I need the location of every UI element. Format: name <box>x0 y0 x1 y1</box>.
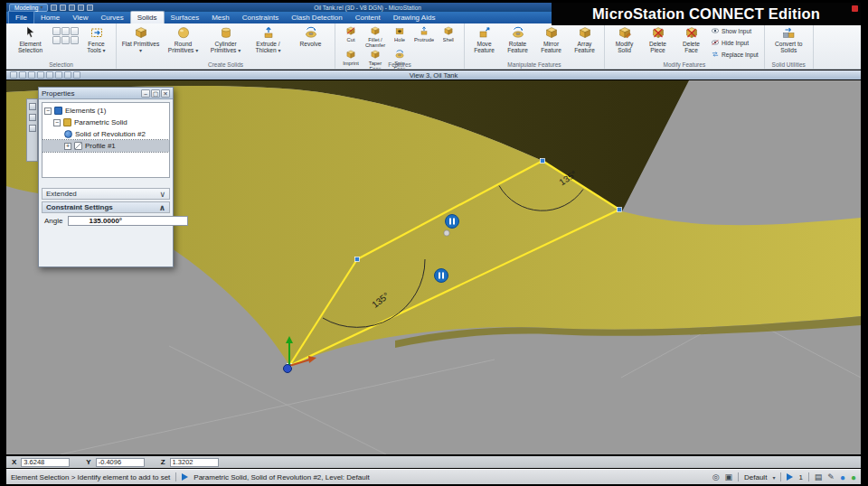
connection-status-icon[interactable]: ● <box>840 472 845 482</box>
flat-primitives-icon <box>134 25 148 40</box>
tree-item-solid-of-revolution[interactable]: Solid of Revolution #2 <box>42 128 169 140</box>
active-level[interactable]: Default <box>744 473 767 481</box>
flat-primitives-button[interactable]: Flat Primitives ▾ <box>120 25 161 60</box>
tab-clash-detection[interactable]: Clash Detection <box>285 12 348 23</box>
rotate-feature-button[interactable]: Rotate Feature <box>502 25 533 60</box>
tab-file[interactable]: File <box>8 11 34 23</box>
annotation-icon[interactable]: ✎ <box>827 472 835 481</box>
element-selection-button[interactable]: Element Selection <box>10 25 51 60</box>
protrude-label: Protrude <box>414 37 434 48</box>
separator <box>780 472 781 481</box>
element-selection-label: Element Selection <box>10 41 51 53</box>
x-coordinate-input[interactable] <box>21 458 70 467</box>
delete-face-button[interactable]: Delete Face <box>675 25 707 60</box>
tab-curves[interactable]: Curves <box>94 12 129 23</box>
cylinder-primitives-button[interactable]: Cylinder Primitives ▾ <box>205 25 246 60</box>
dropdown-caret-icon: ▾ <box>238 48 241 53</box>
group-label-utilities: Solid Utilities <box>765 61 813 68</box>
dropdown-caret-icon: ▾ <box>139 48 142 53</box>
properties-dialog[interactable]: Properties – ▢ ✕ − Elements (1) − Parame… <box>38 87 174 267</box>
tab-drawing-aids[interactable]: Drawing Aids <box>387 12 442 23</box>
dock-icon[interactable] <box>29 125 36 132</box>
lock-icon[interactable]: ▣ <box>725 472 733 481</box>
shell-button[interactable]: Shell <box>437 25 460 48</box>
tab-view[interactable]: View <box>66 12 94 23</box>
collapse-icon[interactable]: − <box>44 107 52 115</box>
delete-piece-label: Delete Piece <box>642 41 674 53</box>
view-titlebar[interactable]: View 3, Oil Tank <box>6 70 861 79</box>
dropdown-caret-icon: ▾ <box>278 48 280 53</box>
parallel-constraint-handle[interactable] <box>446 215 459 229</box>
keypoint-dot[interactable] <box>444 230 449 236</box>
replace-input-button[interactable]: Replace Input <box>709 49 760 60</box>
z-coordinate-input[interactable] <box>170 458 219 467</box>
minimize-button[interactable]: – <box>141 89 150 98</box>
qat-icon[interactable] <box>87 5 93 11</box>
array-feature-button[interactable]: Array Feature <box>569 25 600 60</box>
fence-tools-icon <box>90 25 104 40</box>
tool-settings-dock[interactable] <box>26 98 38 162</box>
protrude-button[interactable]: Protrude <box>412 25 436 48</box>
selection-mode-icon[interactable] <box>71 36 79 44</box>
move-feature-button[interactable]: Move Feature <box>468 25 500 60</box>
qat-icon[interactable] <box>51 5 57 11</box>
qat-icon[interactable] <box>69 5 75 11</box>
tab-home[interactable]: Home <box>34 12 66 23</box>
tree-item-elements[interactable]: − Elements (1) <box>42 105 169 117</box>
profile-icon <box>74 142 82 150</box>
expand-icon[interactable]: + <box>64 143 71 150</box>
round-primitives-icon <box>176 25 191 40</box>
delete-piece-button[interactable]: Delete Piece <box>642 25 674 60</box>
tab-content[interactable]: Content <box>349 12 387 23</box>
dock-icon[interactable] <box>29 114 36 121</box>
fence-tools-button[interactable]: Fence Tools ▾ <box>80 25 112 60</box>
qat-icon[interactable] <box>60 5 66 11</box>
selection-count: 1 <box>798 473 802 481</box>
tree-item-label: Profile #1 <box>85 142 116 150</box>
selection-mode-icon[interactable] <box>61 36 70 44</box>
round-primitives-label: Round Primitives <box>168 41 194 53</box>
rotate-feature-label: Rotate Feature <box>502 41 533 53</box>
tree-item-label: Elements (1) <box>65 107 106 115</box>
selection-mode-icon[interactable] <box>52 36 61 44</box>
angle-input[interactable] <box>68 216 188 226</box>
show-input-button[interactable]: Show Input <box>709 25 760 36</box>
tab-surfaces[interactable]: Surfaces <box>165 12 206 23</box>
ribbon: Element Selection Fence Tools ▾ Selectio… <box>6 23 861 70</box>
round-primitives-button[interactable]: Round Primitives ▾ <box>163 25 203 60</box>
selection-mode-icon[interactable] <box>52 27 61 35</box>
extended-section-header[interactable]: Extended ∨ <box>42 188 170 200</box>
dock-icon[interactable] <box>29 103 36 110</box>
convert-to-solids-button[interactable]: Convert to Solids <box>769 25 809 60</box>
save-status-icon[interactable]: ▤ <box>815 472 823 481</box>
replace-input-icon <box>711 50 720 59</box>
tab-solids[interactable]: Solids <box>130 11 165 23</box>
fillet-chamfer-button[interactable]: Fillet / Chamfer <box>363 25 387 48</box>
revolve-button[interactable]: Revolve <box>290 25 331 60</box>
health-status-icon[interactable]: ● <box>851 472 856 482</box>
extrude-thicken-button[interactable]: Extrude / Thicken ▾ <box>248 25 288 60</box>
tab-constraints[interactable]: Constraints <box>236 12 285 23</box>
cut-button[interactable]: Cut <box>339 25 363 48</box>
group-manipulate-features: Move Feature Rotate Feature Mirror Featu… <box>465 23 605 69</box>
tree-item-profile[interactable]: + Profile #1 <box>42 140 169 152</box>
selection-mode-icon[interactable] <box>61 27 70 35</box>
hole-button[interactable]: Hole <box>388 25 411 48</box>
parallel-constraint-handle[interactable] <box>435 269 448 283</box>
hide-input-button[interactable]: Hide Input <box>709 37 760 48</box>
group-label-features: Features <box>335 61 464 68</box>
mirror-feature-button[interactable]: Mirror Feature <box>535 25 567 60</box>
modify-solid-button[interactable]: Modify Solid <box>609 25 640 60</box>
selection-mode-icon[interactable] <box>71 27 79 35</box>
constraint-settings-header[interactable]: Constraint Settings ∧ <box>42 201 170 213</box>
close-button[interactable]: ✕ <box>161 89 170 98</box>
snap-mode-icon[interactable]: ◎ <box>712 472 720 481</box>
properties-titlebar[interactable]: Properties – ▢ ✕ <box>39 88 173 99</box>
tab-mesh[interactable]: Mesh <box>205 12 236 23</box>
maximize-button[interactable]: ▢ <box>151 89 160 98</box>
collapse-icon[interactable]: − <box>53 119 61 126</box>
element-tree[interactable]: − Elements (1) − Parametric Solid Solid … <box>42 102 170 178</box>
y-coordinate-input[interactable] <box>96 458 145 467</box>
qat-icon[interactable] <box>78 5 84 11</box>
tree-item-parametric-solid[interactable]: − Parametric Solid <box>42 117 169 128</box>
